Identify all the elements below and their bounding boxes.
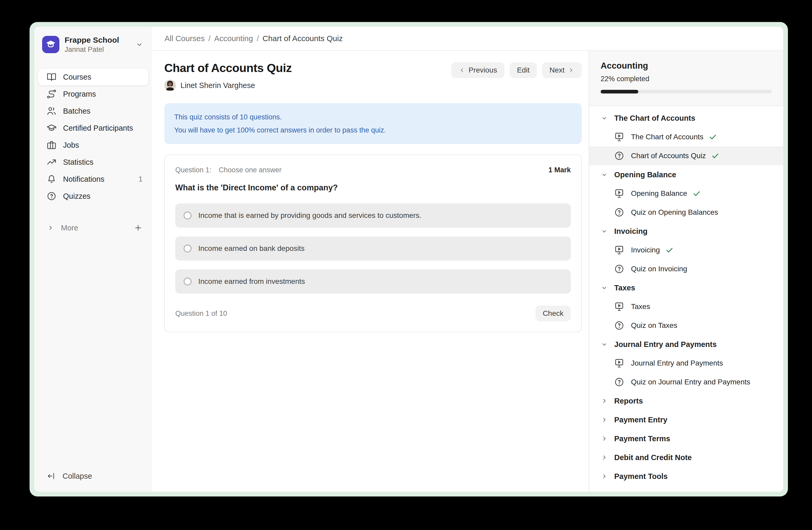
question-text: What is the 'Direct Income' of a company…: [175, 183, 571, 193]
outline-section-payment-terms[interactable]: Payment Terms: [589, 429, 783, 448]
chevron-down-icon: [600, 114, 608, 122]
previous-button[interactable]: Previous: [451, 62, 504, 78]
outline-section-payment-entry[interactable]: Payment Entry: [589, 410, 783, 429]
outline-item-the-chart-of-accounts[interactable]: The Chart of Accounts: [589, 127, 783, 147]
outline-item-opening-balance[interactable]: Opening Balance: [589, 184, 783, 203]
outline-section-invoicing[interactable]: Invoicing: [589, 222, 783, 241]
quiz-icon: [614, 150, 625, 161]
check-icon: [665, 246, 673, 254]
sidebar-more[interactable]: More: [38, 220, 148, 236]
sidebar-item-certified-participants[interactable]: Certified Participants: [38, 120, 148, 137]
course-outline-list: The Chart of AccountsThe Chart of Accoun…: [589, 106, 783, 492]
sidebar-item-label: Notifications: [63, 175, 104, 184]
quiz-info-banner: This quiz consists of 10 questions. You …: [164, 103, 582, 144]
breadcrumb-link[interactable]: Accounting: [214, 34, 253, 43]
sidebar-nav: CoursesProgramsBatchesCertified Particip…: [38, 69, 148, 205]
outline-section-opening-balance[interactable]: Opening Balance: [589, 165, 783, 184]
outline-item-chart-of-accounts-quiz[interactable]: Chart of Accounts Quiz: [589, 147, 783, 165]
radio-button-icon[interactable]: [184, 212, 191, 220]
outline-section-payment-tools[interactable]: Payment Tools: [589, 467, 783, 486]
outline-item-label: Chart of Accounts Quiz: [631, 152, 706, 160]
trending-up-icon: [46, 157, 57, 167]
chevron-right-icon: [600, 435, 608, 442]
outline-item-journal-entry-and-payments[interactable]: Journal Entry and Payments: [589, 354, 783, 373]
outline-section-journal-entry-and-payments[interactable]: Journal Entry and Payments: [589, 335, 783, 354]
workspace-switcher[interactable]: Frappe School Jannat Patel: [38, 35, 148, 54]
workspace-text: Frappe School Jannat Patel: [64, 36, 119, 54]
check-icon: [711, 152, 720, 160]
question-footer: Question 1 of 10 Check: [175, 306, 571, 321]
breadcrumb-link[interactable]: All Courses: [164, 34, 205, 43]
main-content: Chart of Accounts Quiz: [152, 51, 589, 492]
sidebar-item-label: Statistics: [63, 158, 93, 167]
title-row: Chart of Accounts Quiz: [164, 61, 582, 91]
graduation-cap-logo-icon: [45, 39, 57, 51]
sidebar-item-statistics[interactable]: Statistics: [38, 154, 148, 170]
chevron-right-icon: [600, 397, 608, 405]
quiz-icon: [614, 207, 625, 218]
sidebar-item-label: Batches: [63, 107, 90, 115]
outline-section-the-chart-of-accounts[interactable]: The Chart of Accounts: [589, 109, 783, 127]
outline-item-label: Opening Balance: [631, 189, 687, 198]
course-title: Accounting: [600, 61, 772, 71]
outline-section-debit-and-credit-note[interactable]: Debit and Credit Note: [589, 448, 783, 467]
edit-button-label: Edit: [517, 66, 530, 74]
chevron-down-icon: [135, 40, 144, 49]
breadcrumb-current: Chart of Accounts Quiz: [263, 34, 343, 43]
previous-button-label: Previous: [468, 66, 497, 74]
outline-item-quiz-on-journal-entry-and-payments[interactable]: Quiz on Journal Entry and Payments: [589, 373, 783, 391]
quiz-actions: Previous Edit Next: [451, 62, 582, 78]
outline-section-reports[interactable]: Reports: [589, 391, 783, 410]
outline-item-quiz-on-taxes[interactable]: Quiz on Taxes: [589, 316, 783, 335]
answer-option[interactable]: Income earned on bank deposits: [175, 236, 571, 261]
outline-section-label: Reports: [614, 397, 643, 405]
lesson-icon: [614, 188, 625, 199]
avatar: [164, 80, 176, 91]
outline-item-label: The Chart of Accounts: [631, 133, 704, 141]
check-icon: [709, 133, 717, 141]
outline-item-label: Taxes: [631, 303, 650, 311]
course-outline-sidebar: Accounting 22% completed The Chart of Ac…: [589, 51, 783, 492]
lesson-icon: [614, 131, 625, 142]
answer-option[interactable]: Income earned from investments: [175, 269, 571, 294]
sidebar-item-label: Courses: [63, 73, 91, 81]
sidebar-item-notifications[interactable]: Notifications1: [38, 171, 148, 187]
outline-section-label: Taxes: [614, 283, 635, 292]
edit-button[interactable]: Edit: [510, 62, 537, 78]
check-button[interactable]: Check: [536, 306, 571, 321]
chevron-right-icon: [600, 416, 608, 423]
sidebar-item-programs[interactable]: Programs: [38, 86, 148, 102]
next-button[interactable]: Next: [542, 62, 582, 78]
breadcrumb-bar: All Courses/Accounting/Chart of Accounts…: [152, 27, 783, 51]
plus-icon[interactable]: [134, 223, 143, 232]
sidebar-item-quizzes[interactable]: Quizzes: [38, 188, 148, 205]
outline-item-quiz-on-invoicing[interactable]: Quiz on Invoicing: [589, 260, 783, 278]
outline-item-label: Quiz on Invoicing: [631, 265, 687, 273]
author-row: Linet Sherin Varghese: [164, 80, 292, 91]
page-title: Chart of Accounts Quiz: [164, 61, 292, 75]
help-circle-icon: [46, 191, 57, 201]
outline-item-quiz-on-opening-balances[interactable]: Quiz on Opening Balances: [589, 203, 783, 222]
right-pane: All Courses/Accounting/Chart of Accounts…: [152, 27, 783, 492]
sidebar-item-batches[interactable]: Batches: [38, 103, 148, 120]
outline-section-label: Payment Tools: [614, 472, 668, 481]
outline-item-invoicing[interactable]: Invoicing: [589, 241, 783, 260]
answer-option[interactable]: Income that is earned by providing goods…: [175, 204, 571, 227]
chevron-down-icon: [600, 227, 608, 235]
sidebar-item-jobs[interactable]: Jobs: [38, 137, 148, 153]
radio-button-icon[interactable]: [184, 245, 191, 252]
outline-section-taxes[interactable]: Taxes: [589, 278, 783, 297]
radio-button-icon[interactable]: [184, 278, 191, 285]
bell-icon: [46, 174, 57, 184]
sidebar-item-label: Programs: [63, 90, 96, 98]
briefcase-icon: [46, 140, 57, 150]
quiz-icon: [614, 320, 625, 331]
question-header: Question 1:Choose one answer 1 Mark: [175, 166, 571, 174]
sidebar-item-courses[interactable]: Courses: [38, 69, 148, 85]
outline-item-taxes[interactable]: Taxes: [589, 297, 783, 316]
outline-section-label: Invoicing: [614, 227, 648, 236]
frappe-school-app: Frappe School Jannat Patel CoursesProgra…: [34, 27, 783, 492]
collapse-sidebar-button[interactable]: Collapse: [38, 468, 148, 485]
chevron-down-icon: [600, 171, 608, 178]
sidebar-item-label: Certified Participants: [63, 124, 133, 132]
